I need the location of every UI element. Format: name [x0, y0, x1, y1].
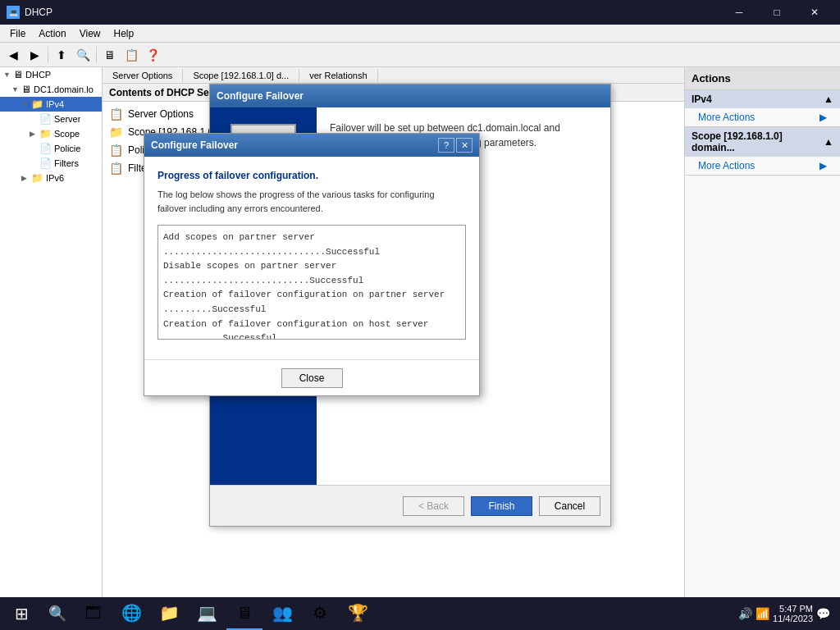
taskbar-app-extra[interactable]: 🏆 [340, 597, 376, 630]
actions-panel: Actions IPv4 ▲ More Actions ▶ Scope [192… [684, 67, 840, 605]
taskbar-app-terminal[interactable]: 💻 [189, 597, 225, 630]
notification-icon[interactable]: 💬 [816, 607, 830, 620]
item-icon-scope: 📁 [109, 126, 123, 139]
tab-scope[interactable]: Scope [192.168.1.0] d... [183, 69, 299, 82]
tree-item-dhcp[interactable]: ▼ 🖥 DHCP [0, 67, 102, 82]
actions-section-ipv4-header[interactable]: IPv4 ▲ [685, 90, 840, 108]
taskbar-app-dhcp[interactable]: 🖥 [226, 597, 262, 630]
finish-wizard-button[interactable]: Finish [471, 496, 532, 516]
back-button[interactable]: ◀ [3, 45, 23, 65]
item-label-server-options: Server Options [128, 108, 194, 120]
app-icon-files: 📁 [159, 603, 180, 623]
minimize-button[interactable]: ─ [720, 0, 758, 25]
taskbar-app-files[interactable]: 📁 [151, 597, 187, 630]
more-actions-ipv4-label: More Actions [698, 112, 755, 123]
filters-icon: 📄 [39, 158, 52, 169]
up-button[interactable]: ⬆ [52, 45, 71, 65]
log-line-1: Disable scopes on partner server .......… [163, 259, 460, 288]
log-text-1: Disable scopes on partner server .......… [163, 259, 460, 288]
start-icon: ⊞ [15, 604, 29, 623]
tree-item-policies[interactable]: 📄 Policie [0, 141, 102, 156]
more-actions-ipv4-arrow: ▶ [819, 112, 827, 123]
tree-item-ipv6[interactable]: ▶ 📁 IPv6 [0, 171, 102, 185]
app-icon-terminal: 💻 [197, 603, 217, 623]
inner-dialog-help-button[interactable]: ? [438, 138, 454, 153]
tab-ver[interactable]: ver Relationsh [299, 69, 377, 82]
tree-label-dc1: DC1.domain.lo [34, 84, 94, 94]
tree-label: DHCP [25, 70, 51, 80]
tree-label-filters: Filters [54, 158, 79, 168]
sys-volume-icon[interactable]: 🔊 [738, 607, 752, 620]
app-title: DHCP [25, 7, 715, 18]
actions-more-scope[interactable]: More Actions ▶ [685, 157, 840, 175]
close-dialog-button[interactable]: Close [281, 368, 343, 388]
server-icon: 📄 [39, 113, 52, 125]
taskbar-clock: 5:47 PM 11/4/2023 [773, 604, 813, 623]
main-layout: ▼ 🖥 DHCP ▼ 🖥 DC1.domain.lo ▼ 📁 IPv4 📄 Se… [0, 67, 840, 605]
taskbar-app-settings[interactable]: ⚙ [302, 597, 338, 630]
more-actions-scope-arrow: ▶ [819, 160, 827, 171]
sys-network-icon[interactable]: 📶 [756, 607, 769, 620]
log-text-0: Add scopes on partner server ...........… [163, 231, 460, 259]
close-button[interactable]: ✕ [796, 0, 833, 25]
section-ipv4-arrow: ▲ [824, 94, 833, 105]
log-line-3: Creation of failover configuration on ho… [163, 317, 460, 340]
menu-help[interactable]: Help [107, 26, 141, 41]
menu-file[interactable]: File [3, 26, 32, 41]
inner-dialog-title: Configure Failover [151, 139, 438, 151]
maximize-button[interactable]: □ [758, 0, 796, 25]
detail-view-button[interactable]: 📋 [121, 45, 141, 65]
taskbar-time: 5:47 PM [773, 604, 813, 614]
inner-dialog-body: Progress of failover configuration. The … [144, 157, 479, 353]
back-wizard-button[interactable]: < Back [403, 496, 464, 516]
log-container: Add scopes on partner server ...........… [158, 225, 466, 340]
tree-item-scope[interactable]: ▶ 📁 Scope [0, 126, 102, 141]
app-icon-settings: ⚙ [313, 603, 327, 623]
expand-icon-dc1: ▼ [11, 85, 21, 94]
tree-item-dc1[interactable]: ▼ 🖥 DC1.domain.lo [0, 82, 102, 97]
cancel-wizard-button[interactable]: Cancel [539, 496, 600, 516]
taskbar-app-users[interactable]: 👥 [264, 597, 300, 630]
expand-icon-ipv6: ▶ [21, 174, 31, 182]
menu-bar: File Action View Help [0, 25, 840, 43]
taskbar: ⊞ 🔍 🗔 🌐 📁 💻 🖥 👥 ⚙ 🏆 🔊 📶 [0, 597, 840, 630]
app-icon-extra: 🏆 [348, 603, 368, 623]
ipv4-icon: 📁 [31, 98, 43, 110]
inner-dialog-close-button[interactable]: ✕ [456, 138, 472, 153]
dhcp-icon: 🖥 [13, 69, 23, 80]
actions-header: Actions [685, 67, 840, 90]
menu-action[interactable]: Action [32, 26, 72, 41]
inner-dialog-titlebar: Configure Failover ? ✕ [144, 134, 479, 157]
tree-view-button[interactable]: 🖥 [100, 45, 120, 65]
app-icon: 💻 [7, 6, 20, 19]
ipv6-icon: 📁 [31, 172, 43, 184]
app-icon-dhcp: 🖥 [236, 604, 253, 623]
inner-dialog: Configure Failover ? ✕ Progress of failo… [144, 133, 480, 396]
taskbar-search[interactable]: 🔍 [39, 597, 75, 630]
tree-item-server[interactable]: 📄 Server [0, 112, 102, 126]
taskbar-app-edge[interactable]: 🌐 [113, 597, 149, 630]
item-icon-filters: 📋 [109, 162, 123, 175]
item-icon-server-options: 📋 [109, 107, 123, 121]
menu-view[interactable]: View [73, 26, 107, 41]
actions-more-ipv4[interactable]: More Actions ▶ [685, 108, 840, 126]
tab-server-options[interactable]: Server Options [103, 69, 183, 82]
start-button[interactable]: ⊞ [3, 597, 39, 630]
log-text-3: Creation of failover configuration on ho… [163, 317, 460, 340]
section-scope-arrow: ▲ [824, 136, 833, 148]
progress-description: The log below shows the progress of the … [158, 188, 466, 215]
tree-item-filters[interactable]: 📄 Filters [0, 156, 102, 171]
toolbar-sep-2 [96, 47, 97, 63]
search-button[interactable]: 🔍 [73, 45, 93, 65]
wizard-titlebar: Configure Failover [210, 84, 610, 107]
tree-item-ipv4[interactable]: ▼ 📁 IPv4 [0, 97, 102, 112]
actions-section-scope-header[interactable]: Scope [192.168.1.0] domain... ▲ [685, 127, 840, 157]
section-ipv4-label: IPv4 [692, 94, 712, 105]
inner-dialog-footer: Close [144, 359, 479, 395]
forward-button[interactable]: ▶ [25, 45, 44, 65]
help-button[interactable]: ❓ [143, 45, 162, 65]
expand-icon-ipv4: ▼ [21, 100, 31, 108]
taskbar-app-explorer[interactable]: 🗔 [75, 597, 112, 630]
nav-tree: ▼ 🖥 DHCP ▼ 🖥 DC1.domain.lo ▼ 📁 IPv4 📄 Se… [0, 67, 103, 605]
scope-icon: 📁 [39, 128, 52, 139]
